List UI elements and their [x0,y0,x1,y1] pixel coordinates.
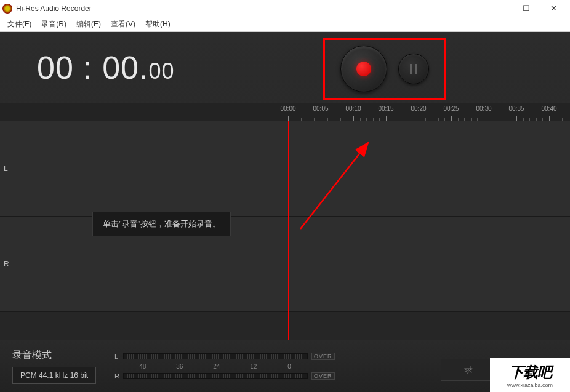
menu-help[interactable]: 帮助(H) [140,18,175,31]
channel-right: R [0,217,570,312]
record-icon [356,62,371,76]
ruler-label: 00:05 [313,105,328,112]
meter-bar-l [123,353,308,359]
meter-bar-r [123,373,308,379]
record-mode-selector[interactable]: PCM 44.1 kHz 16 bit [12,367,96,384]
close-button[interactable]: ✕ [540,0,568,17]
channel-left-label: L [4,164,8,173]
hint-tooltip: 单击"录音"按钮，准备开始录音。 [92,212,231,236]
meter-channel-r: R [114,372,123,380]
menu-record[interactable]: 录音(R) [36,18,71,31]
meter-scale: 0 [271,363,308,370]
waveform-area[interactable]: L R [0,121,570,340]
menu-view[interactable]: 查看(V) [106,18,140,31]
timer-sub: 00 [148,58,174,84]
meter-over-l: OVER [311,353,335,360]
record-button[interactable] [340,46,387,92]
meter-scale: -36 [160,363,197,370]
watermark-url: www.xiazaiba.com [507,382,553,388]
ruler-label: 00:00 [280,105,295,112]
channel-right-label: R [4,260,9,268]
ruler-label: 00:10 [345,105,361,112]
timer-display: 00 : 00.00 [37,49,175,86]
playhead[interactable] [288,121,289,340]
timer-main: 00 : 00. [37,50,148,86]
app-icon [2,4,12,14]
app-body: 00 : 00.00 00:0000:0500:1000:1500:2000:2… [0,32,570,392]
window-titlebar: Hi-Res Audio Recorder — ☐ ✕ [0,0,570,17]
meter-scale: -12 [234,363,271,370]
ruler-label: 00:30 [476,105,491,112]
ruler-label: 00:20 [411,105,426,112]
watermark: 下载吧 www.xiazaiba.com [490,358,570,392]
pause-icon [410,64,412,74]
watermark-text: 下载吧 [509,362,552,382]
minimize-button[interactable]: — [484,0,512,17]
ruler-label: 00:40 [541,105,556,112]
maximize-button[interactable]: ☐ [512,0,540,17]
meter-channel-l: L [114,353,123,360]
pause-icon [415,64,417,74]
level-meters: L OVER -48 -36 -24 -12 0 R OVER [114,351,335,382]
ruler-label: 00:35 [508,105,524,112]
menubar: 文件(F) 录音(R) 编辑(E) 查看(V) 帮助(H) [0,17,570,32]
header-area: 00 : 00.00 [0,32,570,103]
meter-over-r: OVER [311,372,335,380]
record-mode-label: 录音模式 [12,349,96,362]
meter-scale: -24 [197,363,234,370]
window-title: Hi-Res Audio Recorder [16,4,484,13]
pause-button[interactable] [398,54,429,84]
meter-scale: -48 [123,363,160,370]
ruler-label: 00:15 [378,105,393,112]
ruler-label: 00:25 [443,105,459,112]
time-ruler[interactable]: 00:0000:0500:1000:1500:2000:2500:3000:35… [0,103,570,121]
footer-bar: 录音模式 PCM 44.1 kHz 16 bit L OVER -48 -36 … [0,340,570,392]
menu-file[interactable]: 文件(F) [2,18,36,31]
controls-highlight-frame [323,38,446,100]
footer-record-button[interactable]: 录 [441,359,496,381]
channel-left: L [0,121,570,217]
menu-edit[interactable]: 编辑(E) [71,18,106,31]
